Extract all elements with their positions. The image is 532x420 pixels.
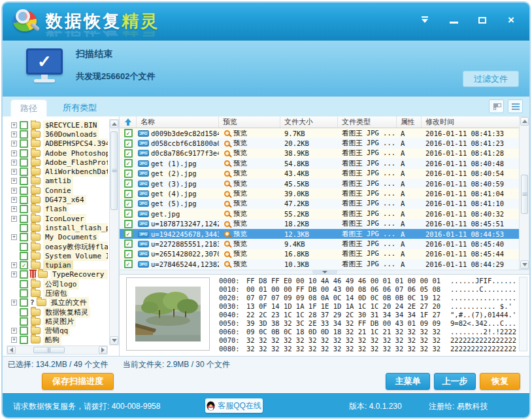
minimize-button[interactable] [448, 16, 459, 25]
tree-item[interactable]: System Volume Inf [7, 251, 108, 260]
tree-checkbox[interactable] [20, 233, 28, 241]
preview-link[interactable]: 预览 [233, 179, 247, 188]
tree-item[interactable]: +ADBEPHSPCS4.39402 [7, 139, 108, 149]
preview-link[interactable]: 预览 [233, 230, 247, 239]
tree-checkbox[interactable] [20, 270, 28, 279]
tree-horizontal-scrollbar[interactable] [7, 345, 108, 355]
tree-expand-icon[interactable]: + [11, 206, 17, 212]
preview-link[interactable]: 预览 [233, 139, 247, 148]
tree-item[interactable]: oeasy教你玩转fla [7, 242, 108, 251]
tree-checkbox[interactable] [20, 121, 28, 130]
tree-vertical-scrollbar[interactable] [109, 119, 119, 345]
tree-checkbox[interactable] [20, 280, 28, 289]
tree-checkbox[interactable] [20, 224, 28, 232]
tree-item[interactable]: +$RECYCLE.BIN [7, 120, 108, 130]
tree-item[interactable]: +flash [7, 205, 108, 214]
tree-item[interactable]: +amtlib [7, 177, 108, 186]
table-row[interactable]: ✓JPGu=278465244,12382...预览10.3KB看图王 JPG … [120, 259, 519, 269]
preview-link[interactable]: 预览 [233, 129, 247, 138]
column-header-name[interactable]: 名称 [137, 116, 219, 128]
table-row[interactable]: ✓JPGu=2651428022,3070...预览16.8KB看图王 JPG … [120, 249, 519, 259]
table-row[interactable]: ✓JPGd058ccbf6c81800a0...预览20.2KB看图王 JPG … [120, 138, 519, 148]
tree-expand-icon[interactable]: + [11, 337, 17, 343]
column-header-attr[interactable]: 属性 [397, 116, 422, 128]
main-menu-button[interactable]: 主菜单 [386, 373, 430, 390]
scroll-left-arrow[interactable] [7, 346, 16, 354]
preview-link[interactable]: 预览 [233, 219, 247, 228]
list-view-button[interactable] [508, 99, 523, 113]
tree-expand-icon[interactable]: + [11, 141, 17, 147]
table-row[interactable]: ✓JPGget.jpg预览55.2KB看图王 JPG ...A2016-01-1… [120, 209, 519, 219]
tree-checkbox[interactable] [20, 158, 28, 167]
tree-item[interactable]: +酷狗 [7, 336, 108, 345]
tree-expand-icon[interactable]: + [11, 160, 17, 166]
table-row[interactable]: ✓JPGu=2272885551,2183...预览9.4KB看图王 JPG .… [120, 239, 519, 249]
row-checkbox[interactable]: ✓ [124, 190, 133, 198]
preview-link[interactable]: 预览 [233, 189, 247, 198]
tree-item[interactable]: +Adobe Photoshop C [7, 149, 108, 158]
row-checkbox[interactable]: ✓ [124, 260, 133, 268]
scroll-down-arrow[interactable] [520, 260, 529, 269]
skin-menu-button[interactable] [420, 16, 430, 25]
row-checkbox[interactable]: ✓ [124, 209, 133, 218]
preview-link[interactable]: 预览 [233, 159, 247, 168]
splitter-collapse-button[interactable] [312, 270, 337, 274]
table-scroll-thumb[interactable] [521, 175, 528, 214]
tree-checkbox[interactable] [20, 149, 28, 158]
row-checkbox[interactable]: ✓ [124, 230, 133, 238]
scroll-up-arrow[interactable] [520, 117, 529, 126]
tree-item[interactable]: install_flash_pl [7, 223, 108, 232]
tree-checkbox[interactable] [20, 139, 28, 148]
sort-column-header[interactable] [120, 116, 137, 128]
tree-expand-icon[interactable]: + [11, 234, 17, 240]
save-scan-progress-button[interactable]: 保存扫描进度 [42, 373, 114, 390]
row-checkbox[interactable]: ✓ [124, 169, 133, 178]
row-checkbox[interactable]: ✓ [124, 149, 133, 158]
preview-link[interactable]: 预览 [233, 260, 247, 269]
tree-checkbox[interactable] [20, 196, 28, 204]
table-row[interactable]: ✓JPGget (4).jpg预览39.0KB看图王 JPG ...A2016-… [120, 188, 519, 198]
row-checkbox[interactable]: ✓ [124, 250, 133, 258]
column-header-size[interactable]: 文件大小 [280, 116, 338, 128]
tree-expand-icon[interactable]: + [11, 131, 17, 137]
table-vertical-scrollbar[interactable] [519, 116, 529, 270]
tree-item[interactable]: +AliWorkbenchData [7, 167, 108, 176]
table-row[interactable]: ✓JPGu=1878713247,1242...预览18.2KB看图王 JPG … [120, 219, 519, 229]
tree-expand-icon[interactable]: + [11, 169, 17, 175]
tree-expand-icon[interactable]: + [11, 188, 17, 194]
row-checkbox[interactable]: ✓ [124, 139, 133, 148]
table-row[interactable]: ✓JPGd009b3de9c82d1584...预览9.7KB看图王 JPG .… [120, 128, 519, 138]
tree-expand-icon[interactable]: + [11, 262, 17, 268]
tree-checkbox[interactable] [20, 308, 28, 317]
column-header-preview[interactable]: 预览 [219, 116, 280, 128]
tree-item[interactable]: +Connie [7, 186, 108, 195]
maximize-button[interactable] [477, 16, 488, 25]
scroll-up-arrow[interactable] [110, 120, 118, 128]
qq-support-button[interactable]: 客服QQ在线 [205, 398, 263, 413]
tree-item[interactable]: +DG473_x64 [7, 195, 108, 204]
tree-expand-icon[interactable]: + [11, 197, 17, 203]
preview-link[interactable]: 预览 [233, 209, 247, 219]
table-row[interactable]: ✓JPGget (5).jpg预览47.2KB看图王 JPG ...A2016-… [120, 199, 519, 209]
recover-button[interactable]: 恢复 [480, 373, 520, 390]
row-checkbox[interactable]: ✓ [124, 239, 133, 248]
tree-checkbox[interactable] [20, 298, 28, 307]
tree-checkbox[interactable] [20, 205, 28, 213]
table-row[interactable]: ✓JPGget (1).jpg预览54.8KB看图王 JPG ...A2016-… [120, 158, 519, 168]
tree-expand-icon[interactable]: + [11, 216, 17, 222]
previous-step-button[interactable]: 上一步 [434, 373, 476, 390]
tree-checkbox[interactable] [20, 167, 28, 176]
tree-checkbox[interactable] [20, 243, 28, 251]
tree-item[interactable]: +360Downloads [7, 130, 108, 139]
tree-item[interactable]: +Adobe_FlashProfes [7, 158, 108, 167]
tree-item[interactable]: +IconLover [7, 214, 108, 223]
preview-link[interactable]: 预览 [233, 239, 247, 249]
tree-item[interactable]: +✓tupian [7, 260, 108, 270]
tree-expand-icon[interactable]: + [11, 150, 17, 156]
tree-expand-icon[interactable]: + [11, 271, 17, 277]
column-header-mtime[interactable]: 修改时间 [422, 116, 519, 128]
tree-expand-icon[interactable]: + [11, 178, 17, 184]
row-checkbox[interactable]: ✓ [124, 179, 133, 188]
tree-checkbox[interactable] [20, 252, 28, 260]
scroll-down-arrow[interactable] [110, 336, 118, 345]
